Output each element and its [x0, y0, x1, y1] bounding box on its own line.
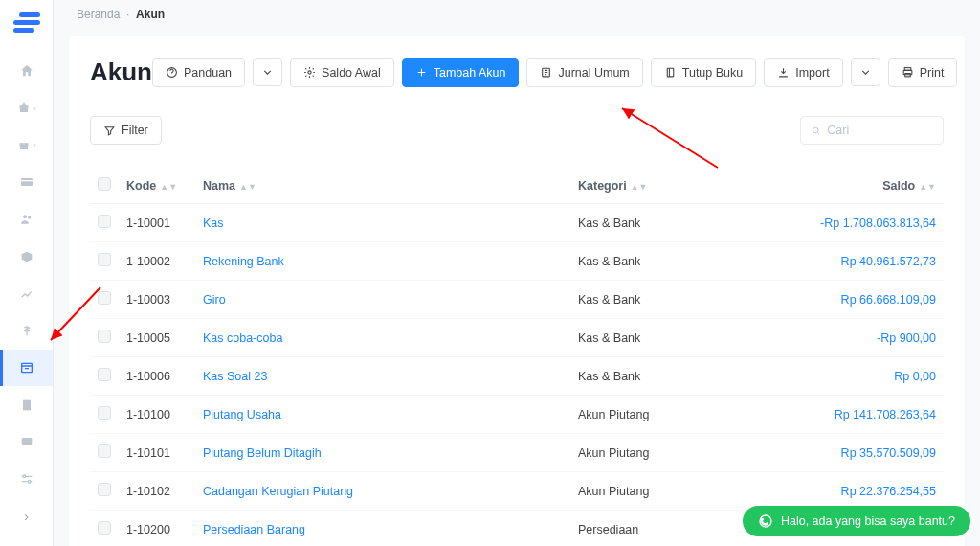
cell-kode: 1-10006 — [119, 357, 195, 396]
dollar-icon — [19, 323, 34, 338]
home-icon — [19, 63, 34, 79]
help-icon — [166, 66, 178, 79]
print-button[interactable]: Print — [888, 58, 958, 87]
nav-home[interactable] — [0, 53, 53, 90]
search-input[interactable] — [827, 124, 933, 137]
print-icon — [902, 66, 914, 79]
table-row: 1-10003GiroKas & BankRp 66.668.109,09 — [90, 281, 944, 319]
svg-point-16 — [813, 127, 818, 133]
account-link[interactable]: Giro — [203, 293, 226, 307]
breadcrumb-current: Akun — [136, 8, 165, 21]
import-dropdown[interactable] — [851, 58, 880, 86]
nav-settings[interactable] — [0, 461, 53, 498]
row-checkbox[interactable] — [98, 483, 111, 496]
plus-icon — [415, 66, 428, 79]
cell-kode: 1-10001 — [119, 204, 195, 242]
row-checkbox[interactable] — [98, 368, 111, 381]
account-link[interactable]: Cadangan Kerugian Piutang — [203, 485, 353, 498]
card-icon — [19, 174, 34, 190]
col-kategori[interactable]: Kategori▲▼ — [570, 168, 762, 204]
filter-button[interactable]: Filter — [90, 116, 162, 145]
nav-products[interactable] — [0, 239, 53, 276]
sort-icon: ▲▼ — [919, 185, 936, 190]
nav-payroll[interactable] — [0, 423, 53, 461]
nav-reports[interactable] — [0, 275, 53, 312]
cell-kategori: Persediaan — [570, 511, 762, 547]
row-checkbox[interactable] — [98, 444, 111, 458]
ledger-icon — [19, 360, 34, 375]
sort-icon: ▲▼ — [239, 185, 256, 190]
cell-kode: 1-10100 — [119, 396, 195, 434]
toolbar: Panduan Saldo Awal Tambah Akun Jurnal Um… — [152, 58, 957, 87]
tambah-akun-button[interactable]: Tambah Akun — [402, 58, 520, 87]
import-button[interactable]: Import — [764, 58, 842, 87]
table-row: 1-10101Piutang Belum DitagihAkun Piutang… — [90, 434, 944, 472]
table-row: 1-10005Kas coba-cobaKas & Bank-Rp 900,00 — [90, 319, 944, 357]
users-icon — [19, 212, 34, 227]
box-icon — [19, 249, 34, 264]
svg-point-8 — [28, 480, 31, 483]
chat-widget[interactable]: Halo, ada yang bisa saya bantu? — [743, 506, 970, 536]
cell-kode: 1-10005 — [119, 319, 195, 357]
account-link[interactable]: Kas coba-coba — [203, 331, 282, 345]
chevron-down-icon — [859, 66, 872, 79]
journal-icon — [540, 66, 552, 79]
account-link[interactable]: Kas — [203, 216, 224, 230]
table-row: 1-10006Kas Soal 23Kas & BankRp 0,00 — [90, 357, 944, 396]
account-link[interactable]: Piutang Belum Ditagih — [203, 446, 322, 460]
nav-sales[interactable]: › — [0, 90, 53, 127]
account-link[interactable]: Rekening Bank — [203, 255, 284, 268]
select-all-checkbox[interactable] — [98, 177, 111, 191]
account-link[interactable]: Piutang Usaha — [203, 408, 281, 421]
cell-kategori: Kas & Bank — [570, 319, 762, 357]
panduan-button[interactable]: Panduan — [152, 58, 245, 87]
sort-icon: ▲▼ — [631, 185, 648, 190]
row-checkbox[interactable] — [98, 291, 111, 305]
svg-rect-1 — [21, 180, 33, 181]
cell-saldo: Rp 141.708.263,64 — [835, 408, 936, 421]
app-logo[interactable] — [13, 10, 40, 35]
col-nama[interactable]: Nama▲▼ — [195, 168, 570, 204]
row-checkbox[interactable] — [98, 253, 111, 266]
tutup-buku-button[interactable]: Tutup Buku — [651, 58, 756, 87]
nav-expense[interactable] — [0, 164, 53, 201]
col-kode[interactable]: Kode▲▼ — [119, 168, 195, 204]
cell-kategori: Akun Piutang — [570, 472, 762, 511]
account-link[interactable]: Kas Soal 23 — [203, 370, 267, 383]
cell-kategori: Kas & Bank — [570, 357, 762, 396]
basket-in-icon — [16, 138, 32, 153]
svg-point-7 — [23, 475, 26, 478]
sort-icon: ▲▼ — [160, 185, 177, 190]
search-box[interactable] — [800, 116, 944, 145]
cell-kode: 1-10003 — [119, 281, 195, 319]
saldo-awal-button[interactable]: Saldo Awal — [290, 58, 394, 87]
sidebar-collapse[interactable]: › — [0, 497, 53, 535]
cell-saldo: -Rp 900,00 — [877, 331, 936, 345]
nav-purchase[interactable]: › — [0, 126, 53, 164]
col-saldo[interactable]: Saldo▲▼ — [762, 168, 944, 204]
jurnal-umum-button[interactable]: Jurnal Umum — [526, 58, 642, 87]
page-title: Akun — [90, 57, 152, 87]
table-row: 1-10002Rekening BankKas & BankRp 40.961.… — [90, 242, 944, 281]
header-row: Akun Panduan Saldo Awal Tambah Akun Jurn… — [90, 57, 944, 87]
filter-icon — [103, 125, 116, 137]
row-checkbox[interactable] — [98, 215, 111, 228]
nav-cash[interactable] — [0, 312, 53, 350]
whatsapp-icon — [758, 513, 773, 529]
breadcrumb-home[interactable]: Beranda — [77, 8, 120, 21]
cell-saldo: Rp 22.376.254,55 — [841, 485, 936, 498]
nav-contacts[interactable] — [0, 201, 53, 239]
row-checkbox[interactable] — [98, 330, 111, 343]
table-row: 1-10001KasKas & Bank-Rp 1.708.063.813,64 — [90, 204, 944, 242]
panduan-dropdown[interactable] — [253, 58, 282, 86]
cell-kode: 1-10200 — [119, 511, 195, 547]
account-link[interactable]: Persediaan Barang — [203, 523, 305, 536]
cell-saldo: -Rp 1.708.063.813,64 — [820, 216, 936, 230]
lock-book-icon — [664, 66, 677, 79]
breadcrumb: Beranda · Akun — [54, 0, 980, 29]
row-checkbox[interactable] — [98, 406, 111, 420]
nav-accounts[interactable] — [0, 350, 53, 387]
row-checkbox[interactable] — [98, 521, 111, 535]
nav-assets[interactable] — [0, 386, 53, 423]
svg-rect-12 — [667, 68, 674, 77]
